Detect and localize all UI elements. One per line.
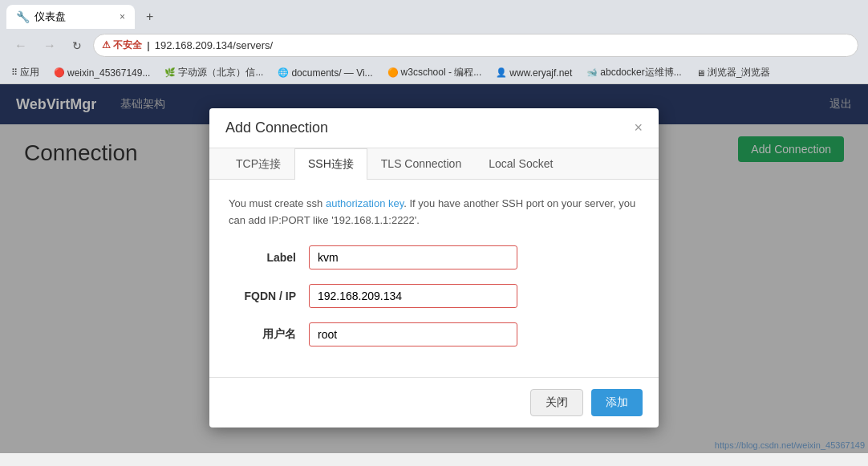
tab-ssh[interactable]: SSH连接: [294, 148, 367, 180]
docker-icon: 🐋: [586, 67, 598, 78]
eryajf-icon: 👤: [496, 67, 507, 78]
bookmark-apps-label: 应用: [20, 66, 39, 79]
tab-tls[interactable]: TLS Connection: [367, 148, 475, 180]
docs-icon: 🌐: [278, 67, 289, 78]
add-connection-modal: Add Connection × TCP连接 SSH连接 TLS Connect…: [209, 108, 659, 428]
bookmark-docs[interactable]: 🌐 documents/ — Vi...: [273, 66, 377, 80]
label-input[interactable]: [309, 245, 517, 269]
tab-favicon: 🔧: [16, 10, 30, 23]
browser-tab[interactable]: 🔧 仪表盘 ×: [6, 5, 135, 29]
bookmark-browser[interactable]: 🖥 浏览器_浏览器: [692, 64, 776, 81]
bookmark-weixin[interactable]: 🔴 weixin_45367149...: [49, 66, 155, 80]
modal-footer: 关闭 添加: [209, 377, 659, 428]
label-field-row: Label: [229, 245, 639, 269]
apps-icon: ⠿: [11, 67, 18, 78]
modal-close-button[interactable]: ×: [634, 120, 643, 136]
tab-title: 仪表盘: [34, 10, 66, 24]
label-field-label: Label: [229, 251, 309, 264]
bookmark-eryajf[interactable]: 👤 www.eryajf.net: [491, 66, 577, 80]
submit-add-button[interactable]: 添加: [591, 389, 643, 416]
modal-header: Add Connection ×: [209, 108, 659, 148]
modal-title: Add Connection: [225, 120, 328, 136]
fqdn-field-label: FQDN / IP: [229, 290, 309, 302]
back-button[interactable]: ←: [10, 35, 32, 56]
bookmark-docker-label: abcdocker运维博...: [600, 66, 681, 79]
weixin-icon: 🔴: [54, 67, 65, 78]
bookmark-w3c-label: w3cschool - 编程...: [401, 66, 482, 79]
info-before: You must create ssh: [229, 197, 326, 209]
zidong-icon: 🌿: [164, 67, 176, 78]
w3c-icon: 🟠: [387, 67, 399, 78]
modal-body: You must create ssh authorization key. I…: [209, 180, 659, 377]
forward-button[interactable]: →: [39, 35, 61, 56]
tab-close-btn[interactable]: ×: [120, 11, 125, 22]
tab-local-socket[interactable]: Local Socket: [475, 148, 566, 180]
bookmark-zidong[interactable]: 🌿 字动源（北京）信...: [160, 64, 268, 81]
modal-tabs: TCP连接 SSH连接 TLS Connection Local Socket: [209, 148, 659, 180]
bookmark-apps[interactable]: ⠿ 应用: [6, 64, 44, 81]
tab-tcp[interactable]: TCP连接: [222, 148, 294, 180]
bookmark-weixin-label: weixin_45367149...: [67, 67, 150, 79]
username-input[interactable]: [309, 322, 517, 346]
fqdn-input[interactable]: [309, 284, 517, 308]
info-text: You must create ssh authorization key. I…: [229, 196, 639, 229]
close-button[interactable]: 关闭: [530, 389, 583, 416]
new-tab-btn[interactable]: +: [138, 5, 161, 29]
bookmark-eryajf-label: www.eryajf.net: [509, 67, 572, 79]
reload-button[interactable]: ↻: [67, 36, 87, 55]
app-area: WebVirtMgr 基础架构 退出 Connection Add Connec…: [0, 84, 868, 453]
bookmark-zidong-label: 字动源（北京）信...: [178, 66, 263, 79]
bookmark-docs-label: documents/ — Vi...: [291, 67, 372, 79]
browser-bm-icon: 🖥: [696, 68, 705, 78]
bookmark-docker[interactable]: 🐋 abcdocker运维博...: [582, 64, 686, 81]
bookmark-w3c[interactable]: 🟠 w3cschool - 编程...: [383, 64, 487, 81]
address-bar[interactable]: ⚠ 不安全 | 192.168.209.134/servers/: [93, 34, 858, 57]
bookmark-browser-label: 浏览器_浏览器: [708, 66, 771, 79]
address-separator: |: [147, 39, 149, 51]
fqdn-field-row: FQDN / IP: [229, 284, 639, 308]
security-warning: ⚠ 不安全: [102, 38, 142, 52]
address-text: 192.168.209.134/servers/: [155, 39, 273, 51]
username-field-row: 用户名: [229, 322, 639, 346]
authorization-key-link[interactable]: authorization key: [326, 197, 404, 209]
username-field-label: 用户名: [229, 327, 309, 342]
